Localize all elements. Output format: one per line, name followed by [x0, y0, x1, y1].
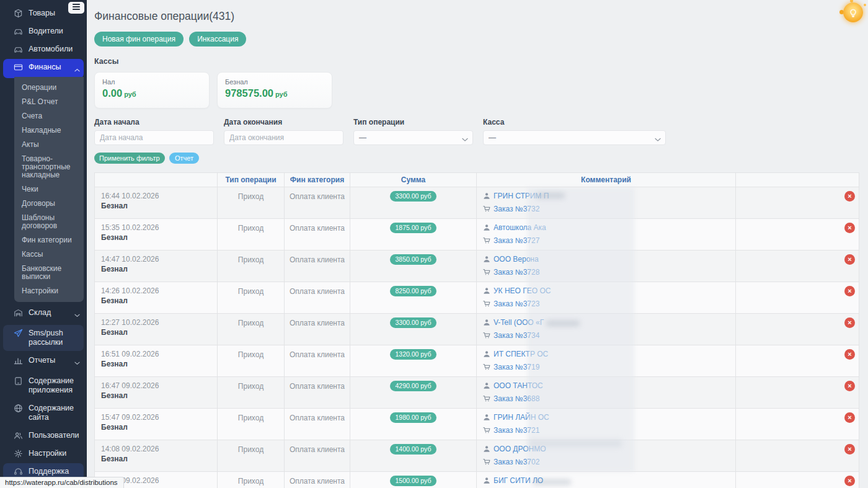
cell-comment: ИТ СПЕКТР ОС Заказ №3719 — [477, 345, 736, 377]
cell-operation-type: Приход — [218, 377, 285, 409]
hamburger-icon — [72, 3, 81, 12]
sidebar-item-users-9[interactable]: Пользователи — [3, 427, 84, 444]
amount-badge: 3300.00 руб — [390, 317, 437, 328]
table-body: 16:44 10.02.2026 Безнал Приход Оплата кл… — [95, 187, 859, 488]
cash-card-label: Безнал — [225, 78, 324, 86]
order-link[interactable]: Заказ №3721 — [483, 426, 729, 435]
report-button[interactable]: Отчет — [169, 153, 199, 164]
submenu-item[interactable]: Товарно-транспортные накладные — [14, 152, 84, 182]
delete-operation-button[interactable]: × — [844, 381, 855, 391]
cash-card-beznal: Безнал 978575.00руб — [217, 72, 332, 109]
warehouse-icon — [14, 308, 23, 317]
date-end-input[interactable] — [224, 130, 343, 145]
payment-method: Безнал — [101, 423, 211, 432]
client-link[interactable]: УК НЕО ГЕО ОС — [483, 286, 729, 295]
submenu-item[interactable]: Накладные — [14, 123, 84, 138]
submenu-item[interactable]: Акты — [14, 138, 84, 152]
sidebar-item-globe-8[interactable]: Содержание сайта — [3, 400, 84, 426]
decor-dot — [864, 4, 866, 6]
submenu-item[interactable]: Операции — [14, 81, 84, 95]
client-link[interactable]: БИГ СИТИ ЛО — [483, 476, 729, 485]
sidebar-item-credit-card-3[interactable]: Финансы — [3, 59, 84, 78]
date-start-input[interactable] — [94, 130, 214, 145]
client-link[interactable]: ООО ТАНТОС — [483, 381, 729, 390]
cell-operation-type: Приход — [218, 472, 285, 488]
delete-operation-button[interactable]: × — [844, 286, 855, 296]
order-link[interactable]: Заказ №3728 — [483, 268, 729, 277]
sidebar-submenu-finances: ОперацииP&L ОтчетСчетаНакладныеАктыТовар… — [14, 77, 84, 302]
delete-operation-button[interactable]: × — [844, 476, 855, 486]
help-lightbulb-widget[interactable] — [839, 0, 867, 26]
cell-actions: × — [736, 219, 859, 251]
submenu-item[interactable]: Фин категории — [14, 233, 84, 247]
operation-type-label: Тип операции — [353, 118, 473, 126]
apply-filter-button[interactable]: Применить фильтр — [94, 153, 165, 164]
sidebar-item-bar-chart-6[interactable]: Отчеты — [3, 352, 84, 371]
sidebar-item-label: Склад — [29, 308, 51, 317]
client-link[interactable]: ГРИН СТРИМ П — [483, 192, 729, 200]
submenu-item[interactable]: Чеки — [14, 182, 84, 197]
sidebar-item-label: Товары — [29, 9, 55, 18]
order-link[interactable]: Заказ №3734 — [483, 331, 729, 340]
submenu-item[interactable]: P&L Отчет — [14, 95, 84, 109]
cash-card-label: Нал — [102, 78, 202, 86]
submenu-item[interactable]: Кассы — [14, 247, 84, 262]
filters-row: Дата начала Дата окончания Тип операции … — [94, 118, 859, 145]
main-content: Финансовые операции(431) Новая фин опера… — [87, 0, 868, 488]
submenu-item[interactable]: Счета — [14, 109, 84, 123]
new-operation-button[interactable]: Новая фин операция — [94, 32, 184, 47]
headset-icon — [14, 467, 23, 476]
client-link[interactable]: V-Tell (ООО «Г — [483, 318, 729, 327]
sidebar-item-gear-10[interactable]: Настройки — [3, 445, 84, 462]
sidebar-item-car-1[interactable]: Водители — [3, 23, 84, 40]
sidebar-item-app-window-7[interactable]: Содержание приложения — [3, 373, 84, 399]
order-link[interactable]: Заказ №3719 — [483, 363, 729, 371]
payment-method: Безнал — [101, 233, 211, 242]
sidebar-item-warehouse-4[interactable]: Склад — [3, 304, 84, 324]
cell-actions: × — [736, 472, 859, 488]
delete-operation-button[interactable]: × — [844, 412, 855, 423]
payment-method: Безнал — [101, 360, 211, 368]
amount-badge: 3300.00 руб — [390, 191, 437, 202]
payment-method: Безнал — [101, 391, 211, 400]
client-link[interactable]: ГРИН ЛАЙН ОС — [483, 413, 729, 422]
submenu-item[interactable]: Договоры — [14, 197, 84, 211]
sidebar-toggle-button[interactable] — [68, 2, 84, 14]
operation-type-select[interactable]: — — [353, 130, 473, 145]
submenu-item[interactable]: Банковские выписки — [14, 262, 84, 284]
cell-actions: × — [736, 187, 859, 219]
sidebar-item-paper-plane-5[interactable]: Sms/push рассылки — [3, 325, 84, 351]
delete-operation-button[interactable]: × — [844, 317, 855, 328]
person-icon — [483, 224, 490, 231]
cart-icon — [483, 237, 490, 244]
cart-icon — [483, 205, 490, 213]
client-link[interactable]: ООО ДРОНМО — [483, 445, 729, 453]
cell-fin-category: Оплата клиента — [285, 251, 350, 282]
person-icon — [483, 382, 490, 389]
submenu-item[interactable]: Шаблоны договоров — [14, 211, 84, 233]
delete-operation-button[interactable]: × — [844, 254, 855, 265]
client-link[interactable]: Автошкола Ака — [483, 223, 729, 232]
delete-operation-button[interactable]: × — [844, 191, 855, 202]
client-link[interactable]: ИТ СПЕКТР ОС — [483, 350, 729, 358]
cash-register-select[interactable]: — — [483, 130, 666, 145]
order-link[interactable]: Заказ №3727 — [483, 236, 729, 245]
delete-operation-button[interactable]: × — [844, 349, 855, 360]
cell-amount: 8250.00 руб — [350, 282, 477, 314]
client-link[interactable]: ООО Верона — [483, 255, 729, 264]
cell-fin-category: Оплата клиента — [285, 314, 350, 345]
sidebar-item-car-2[interactable]: Автомобили — [3, 41, 84, 58]
order-link[interactable]: Заказ №3688 — [483, 394, 729, 403]
sidebar-item-label: Финансы — [29, 63, 61, 72]
submenu-item[interactable]: Настройки — [14, 284, 84, 298]
cell-fin-category: Оплата клиента — [285, 472, 350, 488]
order-link[interactable]: Заказ №3723 — [483, 299, 729, 308]
table-row: 15:47 09.02.2026 Безнал Приход Оплата кл… — [95, 409, 859, 440]
order-link[interactable]: Заказ №3702 — [483, 458, 729, 466]
delete-operation-button[interactable]: × — [844, 223, 855, 233]
delete-operation-button[interactable]: × — [844, 444, 855, 455]
order-number: Заказ №3719 — [494, 363, 539, 371]
order-link[interactable]: Заказ №3732 — [483, 205, 729, 213]
chevron-down-icon — [74, 308, 80, 320]
collection-button[interactable]: Инкассация — [189, 32, 246, 47]
